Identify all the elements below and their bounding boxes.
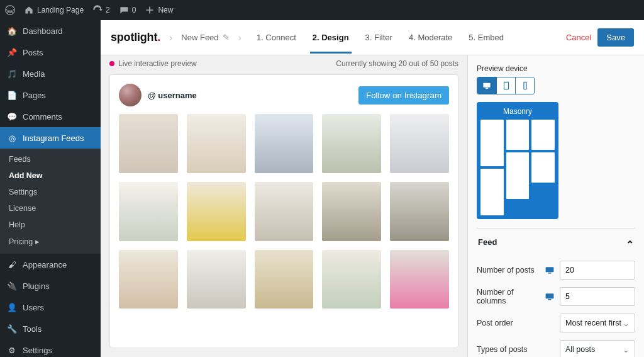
device-tablet[interactable] xyxy=(496,77,515,94)
wizard-steps: 1. Connect 2. Design 3. Filter 4. Modera… xyxy=(254,21,506,54)
comment-icon xyxy=(119,5,129,15)
step-filter[interactable]: 3. Filter xyxy=(363,21,395,54)
new-label: New xyxy=(158,6,173,14)
step-connect[interactable]: 1. Connect xyxy=(254,21,299,54)
comments-count: 0 xyxy=(132,6,136,14)
menu-appearance[interactable]: 🖌Appearance xyxy=(0,254,101,275)
follow-button[interactable]: Follow on Instagram xyxy=(358,86,449,105)
chevron-right-icon: › xyxy=(169,32,172,43)
post-tile[interactable] xyxy=(255,114,314,173)
comments-link[interactable]: 0 xyxy=(119,5,136,15)
menu-users[interactable]: 👤Users xyxy=(0,297,101,318)
live-preview-label: Live interactive preview xyxy=(118,59,197,68)
wp-logo[interactable] xyxy=(5,5,15,15)
chevron-right-icon: › xyxy=(238,32,242,43)
spotlight-logo: spotlight. xyxy=(111,31,160,44)
menu-pages[interactable]: 📄Pages xyxy=(0,84,101,106)
submenu-instagram: Feeds Add New Settings License Help Pric… xyxy=(0,149,101,254)
num-cols-input[interactable] xyxy=(560,287,635,306)
desktop-icon xyxy=(482,81,491,90)
chevron-down-icon: ⌄ xyxy=(623,319,630,328)
types-select[interactable]: All posts⌄ xyxy=(560,340,635,357)
menu-comments[interactable]: 💬Comments xyxy=(0,106,101,127)
svg-rect-3 xyxy=(504,82,508,89)
layout-masonry-card[interactable]: Masonry xyxy=(477,102,558,219)
post-tile[interactable] xyxy=(255,182,314,241)
cancel-link[interactable]: Cancel xyxy=(566,33,591,42)
menu-instagram-feeds[interactable]: ◎Instagram Feeds xyxy=(0,127,101,149)
post-tile[interactable] xyxy=(390,114,449,173)
post-tile[interactable] xyxy=(255,250,314,309)
tablet-icon xyxy=(502,81,511,90)
gauge-icon: 🏠 xyxy=(6,25,18,37)
sliders-icon: ⚙ xyxy=(6,344,18,356)
live-indicator-icon xyxy=(109,61,114,66)
wrench-icon: 🔧 xyxy=(6,323,18,334)
refresh-icon xyxy=(92,5,103,15)
device-segmented xyxy=(477,77,535,94)
feed-name[interactable]: New Feed ✎ xyxy=(181,33,229,42)
svg-rect-1 xyxy=(483,83,490,88)
site-link[interactable]: Landing Page xyxy=(24,5,84,15)
section-feed-header[interactable]: Feed xyxy=(477,229,635,256)
post-tile[interactable] xyxy=(119,182,178,241)
updates-count: 2 xyxy=(106,6,110,14)
new-link[interactable]: New xyxy=(145,5,173,15)
post-tile[interactable] xyxy=(187,182,246,241)
submenu-help[interactable]: Help xyxy=(0,217,101,233)
desktop-icon[interactable] xyxy=(545,292,555,302)
username: @ username xyxy=(148,91,197,100)
menu-dashboard[interactable]: 🏠Dashboard xyxy=(0,20,101,42)
post-tile[interactable] xyxy=(187,114,246,173)
site-name: Landing Page xyxy=(37,6,84,14)
media-icon: 🎵 xyxy=(6,68,18,79)
step-moderate[interactable]: 4. Moderate xyxy=(406,21,455,54)
step-design[interactable]: 2. Design xyxy=(310,21,352,54)
desktop-icon[interactable] xyxy=(545,265,555,275)
updates-link[interactable]: 2 xyxy=(92,5,110,15)
num-cols-label: Number of columns xyxy=(477,288,540,305)
spotlight-topbar: spotlight. › New Feed ✎ › 1. Connect 2. … xyxy=(101,20,644,55)
preview-card: @ username Follow on Instagram xyxy=(109,74,458,348)
menu-tools[interactable]: 🔧Tools xyxy=(0,318,101,339)
pin-icon: 📌 xyxy=(6,47,18,58)
wp-side-menu: 🏠Dashboard 📌Posts 🎵Media 📄Pages 💬Comment… xyxy=(0,20,101,357)
menu-media[interactable]: 🎵Media xyxy=(0,63,101,84)
post-tile[interactable] xyxy=(322,250,381,309)
brush-icon: 🖌 xyxy=(6,259,18,270)
save-button[interactable]: Save xyxy=(597,28,634,47)
page-icon: 📄 xyxy=(6,89,18,101)
post-tile[interactable] xyxy=(322,182,381,241)
device-desktop[interactable] xyxy=(477,77,496,94)
post-tile[interactable] xyxy=(119,250,178,309)
submenu-add-new[interactable]: Add New xyxy=(0,167,101,184)
svg-rect-4 xyxy=(523,82,526,89)
num-posts-input[interactable] xyxy=(560,261,635,280)
post-tile[interactable] xyxy=(390,250,449,309)
post-order-select[interactable]: Most recent first⌄ xyxy=(560,314,635,332)
step-embed[interactable]: 5. Embed xyxy=(466,21,506,54)
post-tile[interactable] xyxy=(119,114,178,173)
submenu-license[interactable]: License xyxy=(0,200,101,217)
settings-panel: Preview device Masonry Feed xyxy=(468,55,644,357)
svg-rect-8 xyxy=(548,299,552,300)
menu-plugins[interactable]: 🔌Plugins xyxy=(0,275,101,297)
submenu-feeds[interactable]: Feeds xyxy=(0,151,101,167)
post-tile[interactable] xyxy=(390,182,449,241)
device-phone[interactable] xyxy=(515,77,534,94)
posts-grid xyxy=(119,114,449,309)
pencil-icon: ✎ xyxy=(223,33,230,42)
types-label: Types of posts xyxy=(477,345,555,354)
post-order-label: Post order xyxy=(477,319,555,327)
submenu-pricing[interactable]: Pricing ▸ xyxy=(0,233,101,250)
menu-posts[interactable]: 📌Posts xyxy=(0,42,101,63)
preview-device-label: Preview device xyxy=(477,64,635,73)
submenu-settings[interactable]: Settings xyxy=(0,184,101,200)
preview-pane: Live interactive preview Currently showi… xyxy=(101,55,468,357)
post-tile[interactable] xyxy=(322,114,381,173)
post-tile[interactable] xyxy=(187,250,246,309)
plug-icon: 🔌 xyxy=(6,280,18,292)
wp-admin-bar: Landing Page 2 0 New xyxy=(0,0,644,20)
menu-settings[interactable]: ⚙Settings xyxy=(0,339,101,357)
layout-name: Masonry xyxy=(480,106,555,120)
